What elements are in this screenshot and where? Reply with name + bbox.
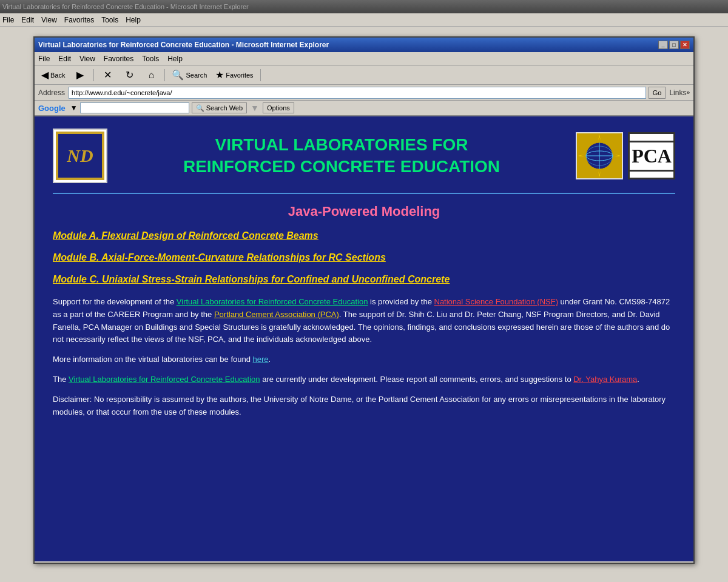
ie-menu-file[interactable]: File bbox=[38, 55, 50, 63]
outer-title: Virtual Laboratories for Reinforced Conc… bbox=[2, 3, 726, 10]
header-logos: PCA bbox=[576, 132, 675, 179]
back-icon: ◀ bbox=[41, 69, 49, 81]
google-options-button[interactable]: Options bbox=[263, 102, 294, 113]
stop-icon: ✕ bbox=[104, 69, 112, 81]
search-icon: 🔍 bbox=[172, 69, 184, 81]
module-a-link[interactable]: Module A. Flexural Design of Reinforced … bbox=[53, 230, 675, 241]
home-button[interactable]: ⌂ bbox=[141, 67, 161, 83]
cyan-link-text[interactable]: here bbox=[253, 355, 269, 364]
ie-toolbar: ◀ Back ▶ ✕ ↻ ⌂ 🔍 Search ★ Favorites bbox=[35, 65, 693, 85]
ie-menu-tools[interactable]: Tools bbox=[142, 55, 159, 63]
address-field[interactable]: http://www.nd.edu/~concrete/java/ bbox=[69, 87, 646, 99]
ie-window-controls: _ □ ✕ bbox=[658, 41, 690, 49]
ie-titlebar: Virtual Laboratories for Reinforced Conc… bbox=[35, 38, 693, 52]
google-toolbar: Google ▼ 🔍 Search Web ▼ Options bbox=[35, 101, 693, 116]
pca-logo: PCA bbox=[628, 132, 675, 179]
ie-window: Virtual Laboratories for Reinforced Conc… bbox=[33, 36, 695, 564]
yellow-link-text[interactable]: Portland Cement Association (PCA) bbox=[214, 310, 339, 319]
green-link-text[interactable]: Virtual Laboratories for Reinforced Conc… bbox=[69, 375, 260, 384]
green-link-text[interactable]: Virtual Laboratories for Reinforced Conc… bbox=[177, 297, 368, 306]
ie-addressbar: Address http://www.nd.edu/~concrete/java… bbox=[35, 85, 693, 101]
world-logo-svg bbox=[578, 135, 621, 177]
outer-menu-file[interactable]: File bbox=[2, 16, 14, 24]
forward-icon: ▶ bbox=[76, 69, 84, 81]
world-logo bbox=[576, 132, 623, 179]
java-subtitle: Java-Powered Modeling bbox=[53, 204, 675, 219]
ie-menu-help[interactable]: Help bbox=[167, 55, 183, 63]
outer-menubar: File Edit View Favorites Tools Help bbox=[0, 13, 728, 27]
outer-menu-view[interactable]: View bbox=[41, 16, 57, 24]
body-text-section: Support for the development of the Virtu… bbox=[53, 296, 675, 418]
ie-window-title: Virtual Laboratories for Reinforced Conc… bbox=[38, 41, 658, 49]
google-toolbar-separator: ▼ bbox=[251, 103, 259, 113]
ie-menu-favorites[interactable]: Favorites bbox=[104, 55, 133, 63]
outer-menu-edit[interactable]: Edit bbox=[21, 16, 34, 24]
outer-menu-help[interactable]: Help bbox=[126, 16, 141, 24]
refresh-button[interactable]: ↻ bbox=[120, 67, 139, 83]
go-button[interactable]: Go bbox=[649, 87, 666, 99]
module-b-link[interactable]: Module B. Axial-Force-Moment-Curvature R… bbox=[53, 252, 675, 263]
body-paragraph-p2: More information on the virtual laborato… bbox=[53, 353, 675, 366]
red-link-text[interactable]: Dr. Yahya Kurama bbox=[573, 375, 637, 384]
google-search-input[interactable] bbox=[80, 102, 189, 113]
refresh-icon: ↻ bbox=[126, 69, 133, 81]
home-icon: ⌂ bbox=[149, 70, 155, 81]
outer-menu-tools[interactable]: Tools bbox=[101, 16, 118, 24]
page-title-line2: REINFORCED CONCRETE EDUCATION bbox=[120, 156, 564, 178]
header-title: VIRTUAL LABORATORIES FOR REINFORCED CONC… bbox=[107, 134, 576, 178]
ie-content: ND VIRTUAL LABORATORIES FOR REINFORCED C… bbox=[35, 116, 693, 561]
google-search-web-button[interactable]: 🔍 Search Web bbox=[192, 102, 247, 113]
back-label: Back bbox=[50, 72, 65, 79]
favorites-label: Favorites bbox=[226, 72, 253, 79]
links-label: Links bbox=[669, 89, 686, 97]
red-link-text[interactable]: National Science Foundation (NSF) bbox=[434, 297, 559, 306]
links-arrow-icon: » bbox=[686, 89, 690, 96]
search-label: Search bbox=[186, 72, 207, 79]
module-c-link[interactable]: Module C. Uniaxial Stress-Strain Relatio… bbox=[53, 274, 675, 285]
ie-menu-view[interactable]: View bbox=[79, 55, 95, 63]
ie-close-button[interactable]: ✕ bbox=[680, 41, 690, 49]
outer-menu-favorites[interactable]: Favorites bbox=[64, 16, 94, 24]
toolbar-separator-3 bbox=[260, 69, 261, 81]
address-url: http://www.nd.edu/~concrete/java/ bbox=[72, 89, 172, 96]
body-paragraph-p3: The Virtual Laboratories for Reinforced … bbox=[53, 373, 675, 386]
ie-menu-edit[interactable]: Edit bbox=[58, 55, 71, 63]
outer-titlebar: Virtual Laboratories for Reinforced Conc… bbox=[0, 0, 728, 13]
google-dropdown-icon: ▼ bbox=[70, 104, 78, 112]
ie-minimize-button[interactable]: _ bbox=[658, 41, 668, 49]
nd-logo: ND bbox=[53, 129, 107, 183]
ie-maximize-button[interactable]: □ bbox=[669, 41, 679, 49]
page-header: ND VIRTUAL LABORATORIES FOR REINFORCED C… bbox=[53, 129, 675, 194]
body-paragraph-p1: Support for the development of the Virtu… bbox=[53, 296, 675, 346]
body-paragraph-p4: Disclaimer: No responsibility is assumed… bbox=[53, 393, 675, 419]
forward-button[interactable]: ▶ bbox=[70, 67, 90, 83]
search-button[interactable]: 🔍 Search bbox=[169, 67, 210, 83]
google-logo: Google bbox=[38, 104, 66, 113]
stop-button[interactable]: ✕ bbox=[98, 67, 117, 83]
toolbar-separator-1 bbox=[93, 69, 94, 81]
nd-logo-inner: ND bbox=[56, 132, 104, 180]
toolbar-separator-2 bbox=[164, 69, 165, 81]
favorites-button[interactable]: ★ Favorites bbox=[212, 67, 256, 83]
page-title-line1: VIRTUAL LABORATORIES FOR bbox=[120, 134, 564, 156]
ie-menubar: File Edit View Favorites Tools Help bbox=[35, 52, 693, 65]
nd-logo-text: ND bbox=[67, 146, 93, 166]
favorites-icon: ★ bbox=[215, 69, 224, 81]
back-button[interactable]: ◀ Back bbox=[38, 67, 68, 83]
pca-logo-text: PCA bbox=[628, 141, 675, 172]
address-label: Address bbox=[38, 89, 65, 97]
